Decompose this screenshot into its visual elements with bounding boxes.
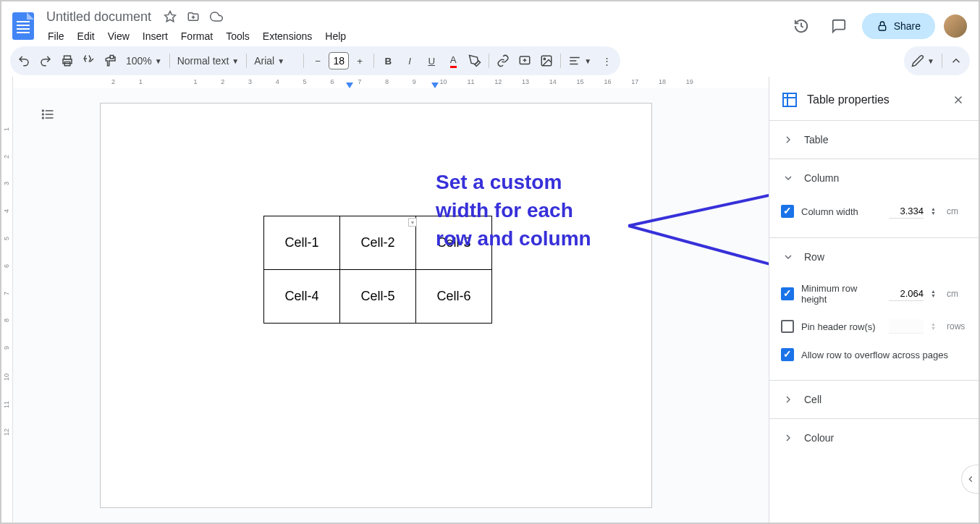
increase-font-button[interactable]: + (349, 50, 371, 72)
italic-button[interactable]: I (399, 50, 421, 72)
section-row[interactable]: Row (769, 238, 979, 276)
table-row[interactable]: Cell-4 Cell-5 Cell-6 (264, 270, 492, 324)
annotation-text: Set a custom width for each row and colu… (436, 168, 591, 253)
table-cell[interactable]: Cell-6 (416, 270, 492, 324)
page[interactable]: Cell-1 Cell-2▾ Cell-3 Cell-4 Cell-5 Cell… (100, 103, 652, 508)
history-icon[interactable] (787, 12, 816, 41)
chevron-down-icon (781, 171, 795, 185)
spellcheck-button[interactable] (78, 50, 100, 72)
insert-link-button[interactable] (492, 50, 514, 72)
menu-bar: File Edit View Insert Format Tools Exten… (42, 28, 787, 45)
panel-title: Table properties (807, 93, 941, 106)
menu-view[interactable]: View (102, 28, 135, 45)
app-header: Untitled document File Edit View Insert … (1, 1, 979, 45)
editing-mode-dropdown[interactable]: ▼ (907, 51, 939, 70)
chevron-down-icon: ▼ (927, 57, 934, 65)
svg-marker-0 (165, 12, 176, 22)
document-canvas[interactable]: Cell-1 Cell-2▾ Cell-3 Cell-4 Cell-5 Cell… (13, 88, 769, 523)
star-icon[interactable] (161, 8, 179, 25)
horizontal-ruler: 2112345678910111213141516171819 (13, 77, 769, 88)
pin-header-input (889, 319, 924, 334)
min-row-height-checkbox[interactable] (781, 287, 794, 300)
lock-icon (876, 20, 888, 32)
move-icon[interactable] (185, 8, 202, 25)
zoom-dropdown[interactable]: 100%▼ (122, 52, 166, 69)
menu-edit[interactable]: Edit (72, 28, 101, 45)
toolbar: 100%▼ Normal text▼ Arial▼ − + B I U A ▼ … (1, 45, 979, 77)
overflow-label: Allow row to overflow across pages (801, 350, 967, 360)
menu-extensions[interactable]: Extensions (257, 28, 318, 45)
svg-point-14 (43, 110, 44, 111)
underline-button[interactable]: U (421, 50, 442, 72)
cloud-icon[interactable] (208, 8, 225, 25)
share-label: Share (894, 20, 921, 32)
pin-header-label: Pin header row(s) (801, 321, 882, 332)
table-icon (781, 91, 798, 109)
menu-insert[interactable]: Insert (137, 28, 174, 45)
decrease-font-button[interactable]: − (307, 50, 329, 72)
column-width-input[interactable] (889, 204, 924, 219)
chevron-down-icon: ▼ (232, 57, 239, 65)
chevron-right-icon (781, 431, 795, 445)
pin-header-checkbox[interactable] (781, 320, 794, 333)
text-color-button[interactable]: A (442, 50, 464, 72)
collapse-toolbar-button[interactable] (945, 50, 967, 72)
outline-button[interactable] (36, 103, 59, 126)
share-button[interactable]: Share (862, 13, 935, 39)
svg-rect-20 (783, 93, 796, 106)
main-area: 123456789101112 211234567891011121314151… (1, 77, 979, 523)
redo-button[interactable] (35, 50, 56, 72)
paragraph-style-dropdown[interactable]: Normal text▼ (173, 52, 243, 69)
vertical-ruler: 123456789101112 (1, 77, 13, 523)
svg-point-15 (43, 114, 44, 115)
menu-tools[interactable]: Tools (220, 28, 255, 45)
chevron-down-icon (781, 250, 795, 264)
min-row-height-label: Minimum row height (801, 283, 882, 305)
chevron-right-icon (781, 392, 795, 407)
svg-point-16 (43, 117, 44, 119)
stepper-icon: ▲▼ (931, 322, 939, 331)
docs-logo-icon[interactable] (10, 13, 36, 39)
chevron-down-icon: ▼ (584, 57, 591, 65)
highlight-color-button[interactable] (464, 50, 486, 72)
undo-button[interactable] (13, 50, 35, 72)
table-cell[interactable]: Cell-4 (264, 270, 340, 324)
paint-format-button[interactable] (100, 50, 122, 72)
section-colour[interactable]: Colour (769, 419, 979, 457)
cell-handle-icon[interactable]: ▾ (408, 218, 417, 227)
indent-marker-left[interactable] (346, 83, 353, 88)
menu-format[interactable]: Format (175, 28, 219, 45)
title-area: Untitled document File Edit View Insert … (42, 8, 787, 45)
bold-button[interactable]: B (377, 50, 399, 72)
stepper-icon[interactable]: ▲▼ (931, 290, 939, 298)
close-icon[interactable] (950, 91, 967, 109)
column-width-label: Column width (801, 206, 882, 217)
table-cell[interactable]: Cell-2▾ (340, 216, 416, 270)
chevron-down-icon: ▼ (155, 57, 162, 65)
min-row-height-input[interactable] (889, 287, 924, 301)
menu-file[interactable]: File (42, 28, 70, 45)
menu-help[interactable]: Help (319, 28, 352, 45)
stepper-icon[interactable]: ▲▼ (931, 207, 939, 216)
align-dropdown[interactable]: ▼ (564, 51, 596, 70)
column-width-checkbox[interactable] (781, 205, 794, 218)
table-cell[interactable]: Cell-5 (340, 270, 416, 324)
font-dropdown[interactable]: Arial▼ (250, 52, 300, 69)
print-button[interactable] (56, 50, 78, 72)
document-title[interactable]: Untitled document (42, 8, 156, 26)
section-cell[interactable]: Cell (769, 381, 979, 418)
insert-image-button[interactable] (536, 50, 557, 72)
chevron-right-icon (781, 132, 795, 147)
content-area: 2112345678910111213141516171819 Cell-1 C… (13, 77, 769, 523)
more-button[interactable]: ⋮ (596, 50, 617, 72)
indent-marker-right[interactable] (431, 83, 439, 88)
table-cell[interactable]: Cell-1 (264, 216, 340, 270)
overflow-checkbox[interactable] (781, 348, 794, 361)
section-table[interactable]: Table (769, 121, 979, 159)
table-properties-panel: Table properties Table Column Column wid… (769, 77, 979, 523)
comments-icon[interactable] (824, 12, 853, 41)
avatar[interactable] (944, 14, 967, 38)
section-column[interactable]: Column (769, 159, 979, 197)
insert-comment-button[interactable] (514, 50, 536, 72)
font-size-input[interactable] (329, 52, 349, 69)
